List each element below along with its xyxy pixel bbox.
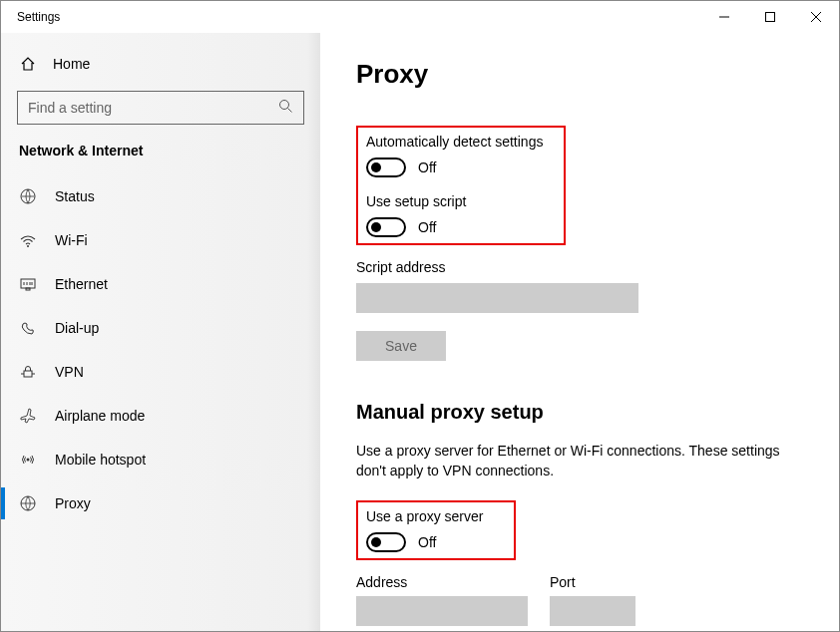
window-controls [701, 1, 839, 33]
dialup-icon [19, 319, 37, 337]
search-input[interactable] [28, 100, 278, 116]
sidebar-item-airplane[interactable]: Airplane mode [1, 394, 320, 438]
port-input[interactable] [550, 596, 635, 626]
manual-section-desc: Use a proxy server for Ethernet or Wi-Fi… [356, 442, 803, 480]
maximize-icon [765, 12, 775, 22]
settings-window: Settings Home [0, 0, 840, 632]
sidebar-item-label: Airplane mode [55, 408, 145, 424]
sidebar-item-label: Dial-up [55, 320, 99, 336]
svg-rect-1 [766, 13, 775, 22]
manual-section-title: Manual proxy setup [356, 401, 803, 424]
window-body: Home Network & Internet Status [1, 33, 839, 631]
sidebar-item-label: VPN [55, 364, 84, 380]
maximize-button[interactable] [747, 1, 793, 33]
vpn-icon [19, 363, 37, 381]
window-title: Settings [17, 10, 60, 24]
close-button[interactable] [793, 1, 839, 33]
minimize-button[interactable] [701, 1, 747, 33]
sidebar-item-dialup[interactable]: Dial-up [1, 306, 320, 350]
auto-detect-toggle[interactable] [366, 158, 406, 177]
ethernet-icon [19, 275, 37, 293]
sidebar-item-ethernet[interactable]: Ethernet [1, 262, 320, 306]
search-icon [278, 99, 293, 117]
hotspot-icon [19, 451, 37, 469]
svg-rect-14 [24, 371, 32, 377]
proxy-icon [19, 494, 37, 512]
home-nav[interactable]: Home [1, 45, 320, 83]
close-icon [811, 12, 821, 22]
svg-point-4 [280, 101, 289, 110]
sidebar-item-wifi[interactable]: Wi-Fi [1, 218, 320, 262]
address-label: Address [356, 574, 528, 590]
titlebar: Settings [1, 1, 839, 33]
save-button[interactable]: Save [356, 331, 446, 361]
page-title: Proxy [356, 59, 803, 90]
address-input[interactable] [356, 596, 528, 626]
script-address-label: Script address [356, 259, 803, 275]
highlight-auto-section: Automatically detect settings Off Use se… [356, 126, 566, 245]
sidebar-item-label: Mobile hotspot [55, 452, 146, 468]
auto-detect-label: Automatically detect settings [366, 134, 556, 150]
use-script-toggle[interactable] [366, 217, 406, 237]
script-address-input[interactable] [356, 283, 638, 313]
svg-line-5 [288, 109, 292, 113]
section-header: Network & Internet [1, 143, 320, 174]
use-proxy-label: Use a proxy server [366, 508, 506, 524]
port-label: Port [550, 574, 635, 590]
wifi-icon [19, 231, 37, 249]
svg-rect-8 [21, 279, 35, 288]
use-script-state: Off [418, 219, 436, 235]
sidebar-item-label: Proxy [55, 495, 91, 511]
use-proxy-toggle[interactable] [366, 532, 406, 552]
sidebar-item-proxy[interactable]: Proxy [1, 481, 320, 525]
status-icon [19, 187, 37, 205]
svg-point-7 [27, 245, 29, 247]
sidebar-item-label: Wi-Fi [55, 232, 88, 248]
sidebar-item-label: Status [55, 188, 95, 204]
auto-detect-state: Off [418, 159, 436, 175]
address-port-row: Address Port [356, 574, 803, 626]
search-field[interactable] [17, 91, 304, 125]
sidebar-item-hotspot[interactable]: Mobile hotspot [1, 438, 320, 481]
use-script-label: Use setup script [366, 193, 556, 209]
sidebar-item-vpn[interactable]: VPN [1, 350, 320, 394]
highlight-proxy-section: Use a proxy server Off [356, 500, 516, 560]
content-area: Proxy Automatically detect settings Off … [320, 33, 839, 631]
use-proxy-state: Off [418, 534, 436, 550]
minimize-icon [719, 12, 729, 22]
svg-rect-9 [26, 288, 30, 290]
home-label: Home [53, 56, 90, 72]
search-container [17, 91, 304, 125]
sidebar-item-label: Ethernet [55, 276, 108, 292]
home-icon [19, 55, 37, 73]
airplane-icon [19, 407, 37, 425]
sidebar-item-status[interactable]: Status [1, 174, 320, 218]
sidebar: Home Network & Internet Status [1, 33, 320, 631]
svg-point-17 [27, 459, 30, 462]
